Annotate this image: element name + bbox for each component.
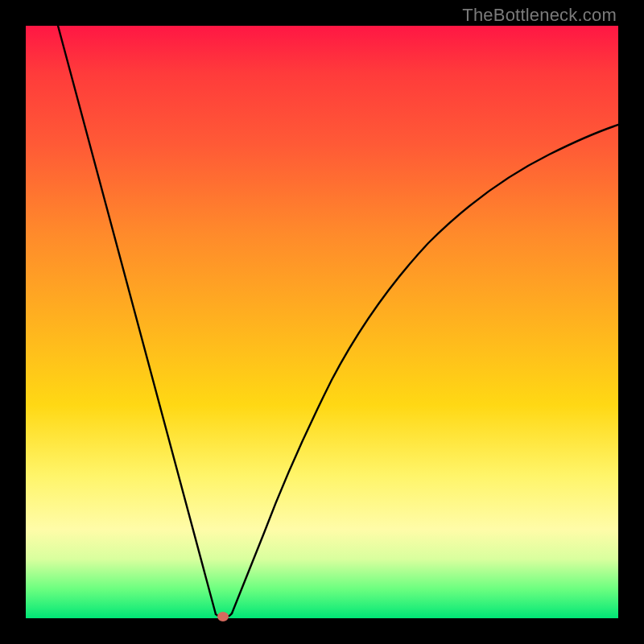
min-marker bbox=[217, 612, 229, 621]
watermark-text: TheBottleneck.com bbox=[462, 5, 617, 26]
plot-area bbox=[26, 26, 618, 618]
curve-right-branch bbox=[232, 125, 618, 613]
bottleneck-curve bbox=[26, 26, 618, 618]
chart-stage: TheBottleneck.com bbox=[0, 0, 644, 644]
curve-left-branch bbox=[58, 26, 216, 614]
